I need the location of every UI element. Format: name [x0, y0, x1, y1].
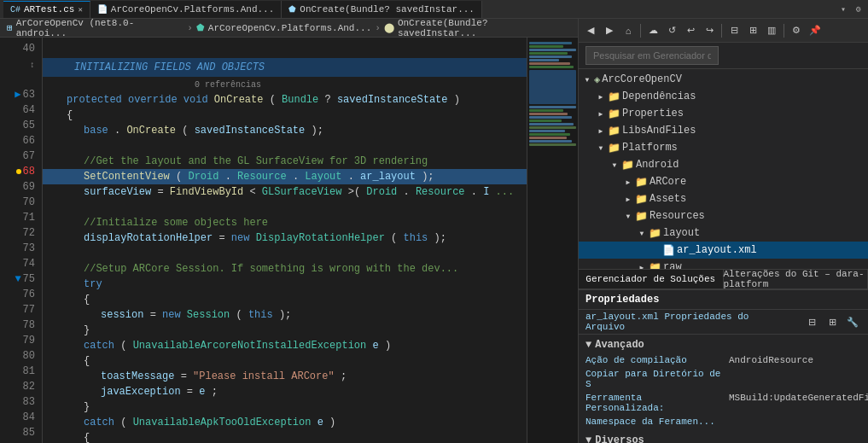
tree-item-solution[interactable]: ▼ ◈ ArcCoreOpenCV — [579, 71, 868, 88]
punc-open: ( — [270, 94, 276, 106]
code-line-67: //Get the layout and the GL SurfaceView … — [43, 154, 527, 169]
toolbar-btn-refresh[interactable]: ↺ — [663, 22, 680, 39]
code-line-74: //Setup ARCore Session. If something is … — [43, 261, 527, 277]
toolbar-btn-settings[interactable]: ⚙ — [788, 22, 805, 39]
toolbar-btn-home[interactable]: ⌂ — [620, 22, 637, 39]
tree-label-deps: Dependências — [622, 90, 696, 102]
code-line-63: protected override void OnCreate ( Bundl… — [43, 92, 527, 108]
ml-13 — [529, 119, 562, 122]
toolbar-btn-collapse[interactable]: ⊞ — [744, 22, 761, 39]
toolbar-sep-3 — [784, 24, 784, 38]
code-scroll[interactable]: INITIALIZING FIELDS AND OBJECTS 0 referê… — [43, 38, 527, 443]
tree-item-arcore[interactable]: ▶ 📁 ARCore — [579, 173, 868, 190]
solution-search-input[interactable] — [585, 46, 719, 65]
tree-item-layout[interactable]: ▼ 📁 layout — [579, 224, 868, 242]
breadcrumb-icon-1: ⬟ — [196, 22, 205, 33]
breadcrumb-item-0[interactable]: ⊞ ArCoreOpenCv (net8.0-androi... — [7, 19, 184, 38]
tab-artest[interactable]: C# ARTest.cs ✕ — [3, 1, 90, 18]
prop-btn-props2[interactable]: 🔧 — [844, 313, 861, 330]
prop-section-header-diversos[interactable]: ▼ Diversos — [579, 432, 868, 443]
minimap[interactable] — [527, 38, 578, 443]
tab-git-changes[interactable]: Alterações do Git – dara-platform — [724, 270, 869, 289]
arrow-diversos: ▼ — [585, 434, 591, 443]
method-icon: ⬟ — [288, 4, 296, 15]
ln-spacer: ↕ — [3, 56, 35, 87]
tree-label-arcore: ARCore — [650, 176, 686, 188]
prop-section-header-advanced[interactable]: ▼ Avançado — [579, 336, 868, 353]
tree-item-raw[interactable]: ▶ 📁 raw — [579, 259, 868, 269]
toolbar-btn-fwd[interactable]: ▶ — [601, 22, 618, 39]
tree-label-android: Android — [636, 159, 679, 171]
tab-oncreate[interactable]: ⬟ OnCreate(Bundle? savedInstar... — [282, 1, 482, 18]
folder-icon-raw: 📁 — [649, 261, 661, 270]
toolbar-btn-cloud[interactable]: ☁ — [644, 22, 661, 39]
arrow-solution: ▼ — [582, 76, 592, 84]
breadcrumb: ⊞ ArCoreOpenCv (net8.0-androi... › ⬟ ArC… — [0, 19, 578, 38]
ln-79: 79 — [3, 333, 35, 348]
arrow-props: ▶ — [596, 110, 606, 118]
ref-hint-text: 0 referências — [195, 78, 261, 93]
tree-label-assets: Assets — [650, 193, 686, 205]
ml-12 — [529, 116, 572, 119]
toolbar-sep-2 — [721, 24, 722, 38]
prop-toolbar: ar_layout.xml Propriedades do Arquivo ⊟ … — [579, 310, 868, 335]
code-line-40 — [43, 41, 527, 56]
punc-q: ? — [324, 94, 336, 106]
prop-file-header: ar_layout.xml Propriedades do Arquivo — [585, 312, 800, 332]
title-bar-right: ▾ ⚙ — [837, 4, 865, 15]
tree-label-properties: Properties — [622, 108, 684, 119]
tree-item-platforms[interactable]: ▼ 📁 Platforms — [579, 139, 868, 156]
arrow-assets: ▶ — [623, 195, 633, 203]
toolbar-btn-filter[interactable]: ⊟ — [725, 22, 743, 39]
ln-83: 83 — [3, 394, 35, 410]
tree-item-libs[interactable]: ▶ 📁 LibsAndFiles — [579, 122, 868, 139]
ml-1 — [529, 42, 572, 44]
ln-64: 64 — [3, 102, 35, 118]
tab-solution-explorer[interactable]: Gerenciador de Soluções — [579, 270, 724, 289]
ln-72: 72 — [3, 225, 35, 241]
ml-6 — [529, 59, 559, 61]
arrow-ar-layout — [650, 247, 661, 254]
editor-area: ⊞ ArCoreOpenCv (net8.0-androi... › ⬟ ArC… — [0, 19, 578, 443]
tree-item-android[interactable]: ▼ 📁 Android — [579, 156, 868, 173]
toolbar-btn-props[interactable]: ▥ — [763, 22, 780, 39]
tab-platforms[interactable]: 📄 ArCoreOpenCv.Platforms.And... — [90, 1, 282, 18]
tree-item-ar-layout[interactable]: 📄 ar_layout.xml — [579, 242, 868, 259]
tab-oncreate-label: OnCreate(Bundle? savedInstar... — [300, 4, 475, 15]
breadcrumb-item-1[interactable]: ⬟ ArCoreOpenCv.Platforms.And... — [196, 22, 371, 33]
method-oncreate: OnCreate — [214, 94, 264, 106]
ln-65: 65 — [3, 118, 35, 133]
folder-icon-assets: 📁 — [635, 193, 648, 206]
toolbar-btn-back[interactable]: ◀ — [582, 22, 599, 39]
tree-item-deps[interactable]: ▶ 📁 Dependências — [579, 88, 868, 105]
tree-label-raw: raw — [663, 261, 682, 269]
tree-item-resources[interactable]: ▼ 📁 Resources — [579, 207, 868, 224]
ln-80: 80 — [3, 348, 35, 364]
code-line-82: javaException = e ; — [43, 384, 527, 399]
tree-item-properties[interactable]: ▶ 📁 Properties — [579, 105, 868, 122]
close-tab-artest[interactable]: ✕ — [78, 5, 82, 15]
folder-icon-platforms: 📁 — [608, 142, 620, 154]
toolbar-btn-redo[interactable]: ↪ — [701, 22, 718, 39]
solution-search-bar — [579, 43, 868, 69]
dropdown-btn[interactable]: ▾ — [837, 4, 849, 15]
prop-btn-sort[interactable]: ⊟ — [803, 313, 820, 330]
ln-69: 69 — [3, 179, 35, 195]
prop-row-ns: Namespace da Feramen... — [579, 415, 868, 428]
prop-val-compilation: AndroidResource — [729, 355, 813, 365]
code-line-83: } — [43, 399, 527, 415]
prop-key-compilation: Ação de compilação — [585, 355, 722, 365]
prop-btn-filter2[interactable]: ⊞ — [824, 313, 841, 330]
toolbar-btn-undo[interactable]: ↩ — [682, 22, 699, 39]
breadcrumb-item-2[interactable]: ⬤ OnCreate(Bundle? savedInstar... — [384, 19, 571, 38]
prop-key-copy: Copiar para Diretório de S — [585, 369, 722, 389]
ml-20 — [529, 143, 576, 146]
ln-82: 82 — [3, 379, 35, 394]
toolbar-btn-pin[interactable]: 📌 — [807, 22, 824, 39]
settings-btn[interactable]: ⚙ — [853, 4, 865, 15]
code-line-64: { — [43, 108, 527, 123]
tree-item-assets[interactable]: ▶ 📁 Assets — [579, 190, 868, 207]
ln-68: 68 — [3, 164, 35, 179]
kw-override: override — [128, 94, 184, 106]
arrow-advanced: ▼ — [585, 339, 591, 351]
